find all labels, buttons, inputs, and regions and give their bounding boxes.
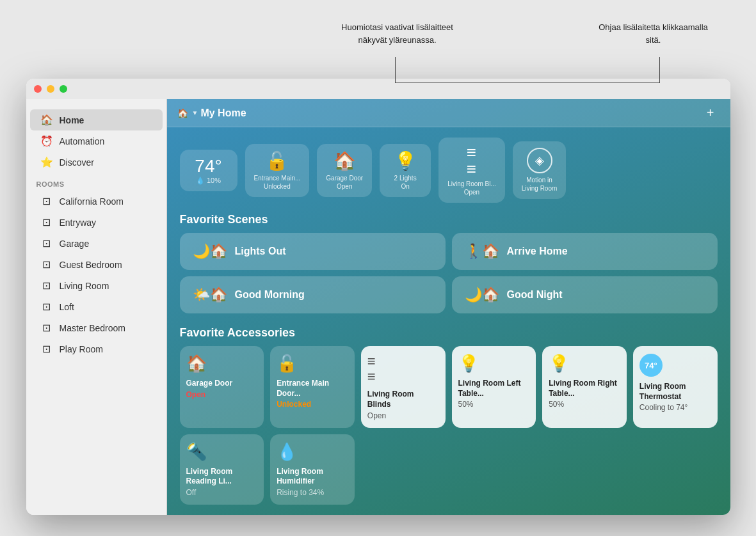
favorite-scenes-section: Favorite Scenes 🌙🏠 Lights Out 🚶🏠 Arrive … [167,210,730,324]
sidebar-item-home[interactable]: 🏠 Home [30,109,163,130]
room-icon-5: ⊡ [40,280,53,292]
accessories-grid-row1: 🏠 Garage Door Open 🔓 Entrance Main Door.… [180,346,718,428]
accessory-entrance-door[interactable]: 🔓 Entrance Main Door... Unlocked [270,346,355,428]
accessory-living-room-blinds[interactable]: ≡≡ Living Room Blinds Open [361,346,446,428]
sidebar-item-discover[interactable]: ⭐ Discover [30,152,163,173]
minimize-button[interactable] [47,85,54,93]
sidebar-room-master-label: Master Bedroom [60,323,125,333]
accessory-right-table-lamp[interactable]: 💡 Living Room Right Table... 50% [542,346,627,428]
home-nav-icon: 🏠 [177,108,188,118]
humidifier-acc-status: Rising to 34% [277,488,324,497]
scene-lights-out[interactable]: 🌙🏠 Lights Out [180,233,446,270]
rooms-section-label: Rooms [26,173,166,191]
maximize-button[interactable] [60,85,67,93]
sidebar-item-automation-label: Automation [60,136,105,146]
sidebar-item-play-room[interactable]: ⊡ Play Room [30,338,163,359]
good-morning-icon: 🌤️🏠 [193,287,227,303]
weather-tile[interactable]: 74° 💧 10% [180,150,237,191]
status-row: 74° 💧 10% 🔓 Entrance Main...Unlocked 🏠 [167,127,730,210]
humidity-icon: 💧 [196,177,205,185]
blinds-status-tile[interactable]: ≡≡ Living Room Bl...Open [438,138,505,203]
accessory-reading-lamp[interactable]: 🔦 Living Room Reading Li... Off [180,434,264,505]
lights-status-tile[interactable]: 💡 2 LightsOn [380,144,431,197]
room-icon-4: ⊡ [40,258,53,271]
title-bar [26,79,730,99]
right-lamp-acc-status: 50% [549,400,564,409]
annotation-line-left [395,57,396,83]
humidifier-acc-icon: 💧 [277,442,297,462]
topbar-title: My Home [200,107,246,119]
blinds-acc-name: Living Room Blinds [367,390,439,409]
annotation-line-right [659,57,660,83]
home-nav-button[interactable]: 🏠 ▼ [177,108,198,118]
sidebar-item-garage[interactable]: ⊡ Garage [30,233,163,254]
reading-lamp-acc-status: Off [186,488,197,497]
lights-out-icon: 🌙🏠 [193,243,227,260]
garage-door-tile-label: Garage DoorOpen [326,174,363,191]
accessory-garage-door[interactable]: 🏠 Garage Door Open [180,346,264,428]
scene-good-night[interactable]: 🌙🏠 Good Night [452,276,718,313]
garage-door-acc-icon: 🏠 [186,354,207,374]
scene-arrive-home[interactable]: 🚶🏠 Arrive Home [452,233,718,270]
entrance-door-acc-name: Entrance Main Door... [277,379,348,398]
left-lamp-acc-icon: 💡 [458,354,479,374]
left-lamp-acc-status: 50% [458,400,474,409]
motion-status-tile[interactable]: ◈ Motion inLiving Room [513,141,567,199]
add-button[interactable]: + [701,104,720,123]
home-icon: 🏠 [40,114,53,126]
accessories-grid-row2: 🔦 Living Room Reading Li... Off 💧 Living… [180,434,718,505]
good-morning-label: Good Morning [235,289,305,301]
accessory-left-table-lamp[interactable]: 💡 Living Room Left Table... 50% [452,346,536,428]
scenes-title: Favorite Scenes [180,213,718,226]
arrive-home-label: Arrive Home [507,246,568,257]
arrive-home-icon: 🚶🏠 [465,243,499,260]
scene-good-morning[interactable]: 🌤️🏠 Good Morning [180,276,446,313]
room-icon-3: ⊡ [40,237,53,249]
motion-icon: ◈ [527,148,552,173]
garage-door-icon: 🏠 [334,150,356,171]
sidebar-item-loft[interactable]: ⊡ Loft [30,296,163,317]
sidebar-item-california-room[interactable]: ⊡ California Room [30,191,163,212]
sidebar-room-loft-label: Loft [60,302,74,312]
room-icon-7: ⊡ [40,322,53,334]
sidebar-item-discover-label: Discover [60,157,94,168]
lock-open-icon: 🔓 [266,150,288,171]
sidebar-room-guest-label: Guest Bedroom [60,260,122,270]
sidebar-item-home-label: Home [60,115,84,125]
annotation-left: Huomiotasi vaativat lisälaitteet näkyvät… [334,21,462,46]
humidity-value: 10% [207,177,221,184]
top-bar: 🏠 ▼ My Home + [167,99,730,127]
sidebar-item-living-room[interactable]: ⊡ Living Room [30,275,163,296]
accessories-title: Favorite Accessories [180,326,718,340]
humidifier-acc-name: Living Room Humidifier [277,467,348,487]
entrance-door-acc-status: Unlocked [277,400,311,409]
sidebar-item-master-bedroom[interactable]: ⊡ Master Bedroom [30,317,163,338]
blinds-acc-status: Open [367,411,386,420]
annotation-line-horizontal [395,83,660,83]
close-button[interactable] [34,85,42,93]
sidebar-item-automation[interactable]: ⏰ Automation [30,130,163,152]
garage-door-acc-name: Garage Door [186,379,233,389]
accessory-humidifier[interactable]: 💧 Living Room Humidifier Rising to 34% [270,434,355,505]
entrance-status-tile[interactable]: 🔓 Entrance Main...Unlocked [245,144,310,197]
sidebar-room-garage-label: Garage [60,239,90,249]
sidebar-item-guest-bedroom[interactable]: ⊡ Guest Bedroom [30,254,163,275]
sidebar-item-entryway[interactable]: ⊡ Entryway [30,212,163,233]
blinds-acc-icon: ≡≡ [367,354,376,384]
room-icon: ⊡ [40,195,53,207]
weather-humidity: 💧 10% [196,177,221,185]
garage-door-status-tile[interactable]: 🏠 Garage DoorOpen [317,144,372,197]
app-body: 🏠 Home ⏰ Automation ⭐ Discover Rooms ⊡ C… [26,99,730,515]
sidebar-room-living-label: Living Room [60,281,109,291]
thermostat-acc-name: Living Room Thermostat [639,382,711,402]
sidebar: 🏠 Home ⏰ Automation ⭐ Discover Rooms ⊡ C… [26,99,167,515]
good-night-label: Good Night [507,289,563,301]
garage-door-acc-status: Open [186,390,206,399]
entrance-tile-label: Entrance Main...Unlocked [254,174,301,191]
sidebar-room-california-label: California Room [60,196,124,207]
annotation-right: Ohjaa lisälaitetta klikkaamalla sitä. [596,21,711,46]
reading-lamp-acc-icon: 🔦 [186,442,207,462]
reading-lamp-acc-name: Living Room Reading Li... [186,467,258,487]
room-icon-8: ⊡ [40,343,53,355]
accessory-thermostat[interactable]: 74° Living Room Thermostat Cooling to 74… [633,346,718,428]
